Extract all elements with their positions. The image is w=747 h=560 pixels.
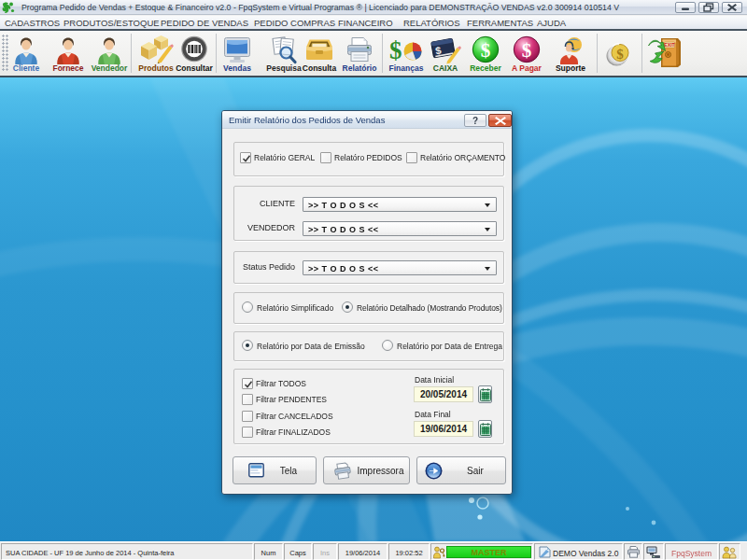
dialog-title: Emitir Relatório dos Pedidos de Vendas [229,115,385,125]
checkbox-label: Filtrar FINALIZADOS [256,427,331,437]
statusbar-caps-label: Caps [285,549,311,557]
status-pedido-label: Status Pedido [235,262,295,272]
toolbar-button-label: Relatório [338,64,381,73]
checkbox-filtrar-todos[interactable] [242,378,253,389]
data-final-input[interactable]: 19/06/2014 [414,421,473,437]
data-inicial-calendar-button[interactable] [478,385,492,403]
radio-data-entrega[interactable] [382,340,393,351]
menu-ferramentas[interactable]: FERRAMENTAS [467,18,533,28]
checkbox-filtrar-pendentes[interactable] [242,394,253,405]
data-inicial-input[interactable]: 20/05/2014 [414,386,473,402]
toolbar-button-receber[interactable]: $ Receber [466,35,505,76]
checkbox-relatorio-geral[interactable] [240,152,251,163]
status-pedido-dropdown[interactable]: >> T O D O S << [303,260,497,275]
checkbox-filtrar-cancelados[interactable] [242,411,253,422]
statusbar-app-version: DEMO Vendas 2.0 [553,549,618,558]
menu-financeiro[interactable]: FINANCEIRO [338,18,393,28]
vendedor-dropdown[interactable]: >> T O D O S << [303,221,497,236]
statusbar-brand: FpqSystem [666,549,717,558]
toolbar-button-financas[interactable]: $ Finanças [386,35,427,76]
close-icon [723,3,741,12]
seller-person-icon [93,35,125,64]
radio-label: Relatório Simplificado [257,303,333,313]
toolbar-button-label: Cliente [6,64,47,73]
svg-text:EXIT: EXIT [664,42,675,48]
radio-label: Relatório Detalhado (Mostrando Produtos) [357,303,502,313]
checkbox-relatorio-pedidos[interactable] [320,152,331,163]
toolbar-button-cliente[interactable]: Cliente [6,35,47,76]
toolbar-button-produtos[interactable]: Produtos [134,35,177,76]
toolbar-button-vendedor[interactable]: Vendedor [88,35,131,76]
toolbar-separator [216,34,217,73]
checkbox-label: Filtrar CANCELADOS [256,412,333,421]
window-title: Programa Pedido de Vendas + Estoque & Fi… [21,3,619,12]
close-button[interactable] [722,2,742,13]
toolbar-button-pesquisa[interactable]: Pesquisa [263,35,304,76]
toolbar-button-label: Suporte [550,64,591,73]
statusbar-printer-panel[interactable] [624,543,642,560]
toolbar-button-consulta[interactable]: Consulta [300,35,339,76]
cliente-dropdown[interactable]: >> T O D O S << [303,197,497,212]
menu-cadastros[interactable]: CADASTROS [5,18,60,28]
statusbar-time: 19:02:52 [388,543,430,560]
restore-button[interactable] [698,2,719,13]
data-final-calendar-button[interactable] [478,420,492,438]
sair-button-label: Sair [445,466,505,476]
data-final-label: Data Final [415,410,451,419]
checkbox-relatorio-orcamento[interactable] [406,152,417,163]
printer-icon [627,546,641,558]
receive-money-icon: $ [471,35,500,64]
toolbar-button-caixa[interactable]: $ CAIXA [426,35,465,76]
barcode-icon [179,35,209,64]
toolbar-button-a-pagar[interactable]: $ A Pagar [507,35,546,76]
minimize-button[interactable] [675,2,696,13]
dialog-titlebar: Emitir Relatório dos Pedidos de Vendas ? [222,111,512,129]
toolbar-button-vendas[interactable]: Vendas [218,35,257,76]
menu-relatorios[interactable]: RELATÓRIOS [403,18,460,28]
toolbar-button-label: CAIXA [426,64,465,73]
menu-pedido-de-vendas[interactable]: PEDIDO DE VENDAS [161,18,248,28]
menu-ajuda[interactable]: AJUDA [537,18,566,28]
check-icon [244,380,253,389]
sair-button[interactable]: Sair [416,456,506,484]
radio-dot [345,305,349,309]
status-pedido-value: >> T O D O S << [308,264,379,273]
toolbar-button-label: Vendedor [88,64,131,73]
checkbox-filtrar-finalizados[interactable] [242,427,253,438]
app-logo-icon [2,1,15,14]
menubar: CADASTROS PRODUTOS/ESTOQUE PEDIDO DE VEN… [0,16,747,29]
menu-pedido-compras[interactable]: PEDIDO COMPRAS [254,18,335,28]
impressora-button-label: Impressora [352,466,409,476]
menu-produtos-estoque[interactable]: PRODUTOS/ESTOQUE [63,18,160,28]
file-box-icon [303,35,336,64]
toolbar-button-relatorio[interactable]: Relatório [338,35,381,76]
user-key-icon [433,546,445,559]
printer-icon [332,462,353,481]
app-window-icon [539,546,551,558]
impressora-button[interactable]: Impressora [323,456,410,484]
radio-relatorio-detalhado[interactable] [342,301,353,313]
statusbar-location-panel: SUA CIDADE - UF 19 de Junho de 2014 - Qu… [1,543,253,560]
toolbar-button-coin[interactable]: $ [602,38,636,78]
statusbar-num-label: Num [255,549,282,557]
statusbar-network-panel[interactable] [643,543,664,560]
app-icon [2,1,15,14]
calendar-icon [480,388,491,401]
network-icon [646,546,662,559]
toolbar-button-fornece[interactable]: Fornece [48,35,89,76]
dialog-help-button[interactable]: ? [464,114,486,127]
toolbar-button-consultar[interactable]: Consultar [173,35,216,76]
data-inicial-label: Data Inicial [415,375,454,385]
dialog-close-button[interactable] [488,114,512,127]
statusbar-master-panel: MASTER [430,543,533,560]
toolbar-button-label: Consulta [300,64,339,73]
svg-text:$: $ [522,39,532,62]
toolbar-button-suporte[interactable]: Suporte [550,35,591,76]
tela-button[interactable]: Tela [233,456,317,484]
radio-data-emissao[interactable] [242,340,253,351]
toolbar-button-exit[interactable]: EXIT [645,36,684,77]
radio-label: Relatório por Data de Emissão [257,342,365,351]
exit-arrow-icon [425,462,443,480]
checkbox-label: Relatório ORÇAMENTO [420,153,505,162]
radio-relatorio-simplificado[interactable] [242,301,253,313]
